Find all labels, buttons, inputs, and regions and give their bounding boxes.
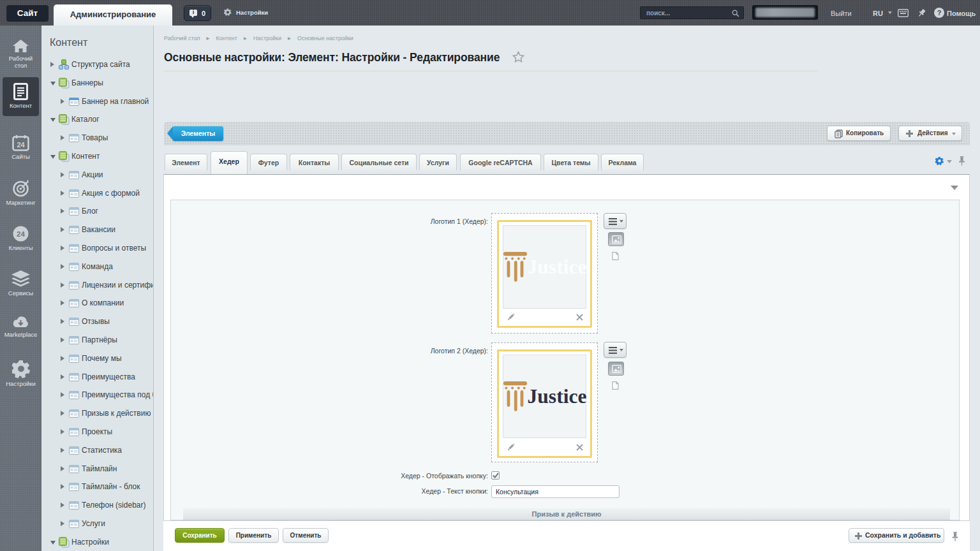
svg-text:Justice: Justice [528, 385, 587, 408]
svg-text:?: ? [937, 9, 942, 17]
svg-text:Justice: Justice [528, 255, 587, 278]
